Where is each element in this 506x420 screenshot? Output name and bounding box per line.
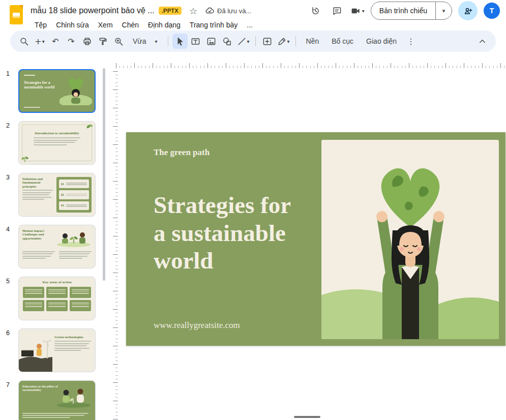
account-avatar[interactable]: T (484, 3, 500, 19)
menu-edit[interactable]: Chỉnh sửa (52, 19, 93, 31)
insert-shape-button[interactable] (220, 34, 235, 49)
text-lines (34, 137, 80, 145)
title-row: mẫu 18 slide powerpoint bảo vệ ... .PPTX… (31, 3, 500, 18)
thumb-title: Key areas of action (23, 280, 91, 284)
canvas-horizontal-scrollbar[interactable] (294, 416, 320, 418)
insert-image-button[interactable] (204, 34, 219, 49)
shape-icon (222, 37, 232, 46)
text-lines (54, 341, 91, 351)
slide-kicker-textbox[interactable]: The green path (154, 147, 210, 158)
thumb-grid (23, 287, 91, 311)
present-button[interactable]: Bản trình chiếu (371, 2, 435, 19)
present-options-button[interactable]: ▾ (435, 2, 452, 19)
save-status-label: Đã lưu và... (217, 7, 251, 15)
version-history-icon[interactable] (308, 3, 323, 18)
thumb-kicker-bar (24, 75, 35, 76)
text-line (72, 293, 89, 294)
slide-thumbnail-1[interactable]: Strategies for a sustainable world (18, 69, 96, 113)
meet-button[interactable]: ▾ (351, 6, 365, 16)
zoom-level-dropdown[interactable]: Vừa ▾ (127, 34, 164, 49)
item-number: 02 (61, 193, 64, 196)
text-line (25, 293, 42, 294)
text-line (22, 251, 55, 252)
slide-title-textbox[interactable]: Strategies for a sustainable world (154, 191, 306, 275)
numbered-item: 02 (59, 190, 89, 199)
more-options-button[interactable]: ⋮ (403, 34, 419, 49)
text-line (25, 289, 42, 290)
pptx-badge: .PPTX (159, 7, 182, 15)
current-slide[interactable]: The green path Strategies for a sustaina… (126, 132, 505, 346)
text-line (22, 190, 53, 191)
leaf-icon (86, 123, 93, 130)
text-line (22, 415, 84, 416)
insert-placeholder-button[interactable] (260, 34, 275, 49)
zoom-in-button[interactable] (111, 34, 126, 49)
menus-search-button[interactable] (16, 34, 32, 49)
app-header: mẫu 18 slide powerpoint bảo vệ ... .PPTX… (0, 0, 506, 28)
chevron-down-icon: ▾ (287, 39, 290, 44)
slide-thumbnail-5[interactable]: Key areas of action (18, 277, 96, 320)
slide-thumbnail-2[interactable]: Introduction to sustainability (18, 121, 96, 165)
insert-line-button[interactable]: ▾ (235, 34, 251, 49)
text-lines (22, 190, 53, 200)
layout-button[interactable]: Bố cục (325, 34, 360, 49)
horizontal-ruler (116, 62, 506, 68)
slide-thumbnail-3[interactable]: Definition and fundamental principles 01… (18, 173, 96, 217)
menu-file[interactable]: Tệp (31, 19, 51, 31)
slide-url-textbox[interactable]: www.reallygreatsite.com (154, 320, 240, 331)
chevron-down-icon: ▾ (362, 8, 365, 14)
undo-button[interactable]: ↶ (48, 34, 63, 49)
save-status[interactable]: Đã lưu và... (205, 6, 251, 16)
text-line (54, 348, 90, 349)
text-box-button[interactable] (188, 34, 203, 49)
menu-overflow[interactable]: ... (243, 19, 257, 31)
slide-thumbnail-4[interactable]: Human impact: Challenges and opportuniti… (18, 225, 96, 268)
text-line (34, 144, 67, 145)
slide-canvas[interactable]: The green path Strategies for a sustaina… (108, 56, 506, 420)
redo-icon: ↷ (68, 37, 74, 46)
text-line (66, 194, 87, 195)
slide-thumbnail-6[interactable]: Green technologies (18, 328, 96, 372)
text-line (48, 303, 66, 304)
slides-logo-icon[interactable] (8, 4, 24, 25)
menu-insert[interactable]: Chèn (118, 19, 143, 31)
star-icon[interactable]: ☆ (186, 3, 201, 18)
pen-tool-button[interactable]: ▾ (276, 34, 291, 49)
comment-icon[interactable] (330, 3, 345, 18)
text-line (48, 291, 66, 292)
thumb-numbered-panel: 01 02 03 (56, 177, 92, 213)
filmstrip-row: 5 Key areas of action (6, 277, 108, 320)
paint-format-button[interactable] (95, 34, 110, 49)
thumb-content: Definition and fundamental principles 01… (22, 177, 92, 213)
slide-number: 6 (6, 328, 18, 372)
background-button[interactable]: Nền (300, 34, 325, 49)
cursor-icon (175, 37, 185, 46)
thumb-top-row: Human impact: Challenges and opportuniti… (22, 229, 92, 247)
toolbar-separator (295, 36, 296, 46)
select-tool-button[interactable] (172, 34, 188, 49)
header-actions: ▾ Bản trình chiếu ▾ T (308, 1, 500, 20)
document-title[interactable]: mẫu 18 slide powerpoint bảo vệ ... (31, 6, 155, 15)
slide-thumbnail-7[interactable]: Education as the pillar of sustainabilit… (18, 380, 96, 420)
chevron-down-icon: ▾ (42, 39, 45, 44)
menu-slide[interactable]: Trang trình bày (186, 19, 242, 31)
menu-view[interactable]: Xem (94, 19, 117, 31)
text-line (25, 305, 42, 306)
grid-cell (23, 300, 44, 311)
menu-format[interactable]: Định dạng (144, 19, 185, 31)
share-button[interactable] (458, 1, 478, 20)
text-line (59, 258, 82, 259)
print-button[interactable] (79, 34, 95, 49)
text-line (54, 343, 89, 344)
theme-button[interactable]: Giao diện (360, 34, 403, 49)
redo-button[interactable]: ↷ (64, 34, 79, 49)
numbered-item: 03 (59, 201, 89, 210)
toolbar-separator (255, 36, 256, 46)
filmstrip-scrollbar[interactable] (103, 68, 105, 281)
text-lines (22, 250, 55, 260)
filmstrip-row: 3 Definition and fundamental principles … (6, 173, 108, 217)
undo-icon: ↶ (52, 37, 58, 46)
zoom-add-button[interactable]: + ▾ (32, 34, 47, 49)
slide-illustration-box[interactable] (321, 140, 499, 339)
hide-menus-button[interactable] (474, 34, 490, 49)
